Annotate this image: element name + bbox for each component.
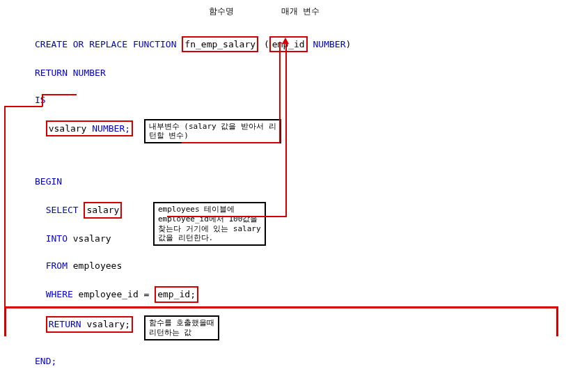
note-return-value: 함수를 호출했을때리턴하는 값 [144, 315, 220, 340]
plsql-code: CREATE OR REPLACE FUNCTION fn_emp_salary… [35, 22, 552, 392]
label-parameter: 매개 변수 [281, 6, 320, 17]
kw-begin: BEGIN [35, 176, 62, 187]
box-emp-id-ref: emp_id; [155, 286, 198, 303]
note-internal-variable: 내부변수 (salary 값을 받아서 리턴할 변수) [144, 119, 281, 144]
paren-close: ) [346, 39, 352, 49]
box-parameter: emp_id [269, 36, 308, 53]
kw-return-number: RETURN NUMBER [35, 68, 106, 78]
label-function-name: 함수명 [209, 6, 234, 17]
box-vsalary-declare: vsalary NUMBER; [46, 120, 133, 137]
paren-open: ( [264, 39, 269, 49]
kw-end: END; [35, 356, 56, 366]
kw-into: INTO [46, 233, 68, 244]
red-connector-left-v [4, 106, 6, 308]
txt-vsalary-into: vsalary [68, 233, 111, 244]
box-function-name: fn_emp_salary [182, 36, 258, 53]
kw-select: SELECT [46, 205, 79, 215]
txt-employees: employees [68, 260, 122, 271]
kw-create-function: CREATE OR REPLACE FUNCTION [35, 39, 177, 49]
kw-where: WHERE [46, 289, 73, 299]
note-query-explain: employees 테이블에employee_id에서 100값을찾는다 거기에… [153, 202, 266, 246]
kw-from: FROM [46, 260, 68, 271]
kw-is: IS [35, 95, 46, 105]
box-return-stmt: RETURN vsalary; [46, 316, 133, 333]
txt-where-cond: employee_id = [73, 289, 155, 299]
box-salary-col: salary [84, 202, 122, 219]
kw-param-type: NUMBER [308, 39, 346, 49]
